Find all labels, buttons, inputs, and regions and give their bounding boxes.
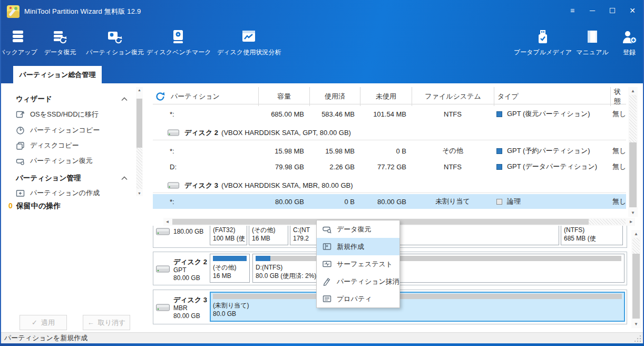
column-capacity: 容量: [258, 87, 309, 106]
usage-bar: [213, 294, 622, 299]
column-unused: 未使用: [360, 87, 412, 106]
gpt-type-icon: [496, 164, 502, 170]
minimize-icon[interactable]: ─: [585, 4, 600, 17]
sidebar-item-create-partition[interactable]: パーティションの作成: [16, 187, 100, 199]
scrollbar-thumb[interactable]: [632, 254, 640, 319]
table-row-selected[interactable]: *: 80.00 GB 0 B 80.00 GB 未割り当て 論理 無し: [153, 194, 626, 209]
disk-layout: MBR: [173, 304, 207, 312]
window-title: MiniTool Partition Wizard 無料版 12.9: [24, 7, 141, 16]
partition-block[interactable]: (NTFS) 685 MB (使: [561, 226, 623, 245]
scroll-right-arrow-icon[interactable]: ►: [627, 218, 635, 226]
menu-item-create-new[interactable]: 新規作成: [317, 238, 399, 255]
maximize-icon[interactable]: ☐: [605, 4, 620, 17]
scrollbar-track[interactable]: [632, 238, 640, 254]
create-partition-icon: [16, 189, 25, 198]
new-partition-icon: [323, 242, 331, 251]
toolbar-disk-usage-analysis-button[interactable]: ディスク使用状況分析: [217, 27, 280, 62]
sidebar-item-label: ディスクコピー: [30, 141, 79, 150]
apply-button[interactable]: ✓ 適用: [19, 315, 67, 330]
sidebar: ウィザード OSをSSD/HDDに移行 パーティションコピー ディスクコピー パ…: [1, 83, 150, 332]
logical-type-icon: [496, 199, 502, 205]
disk-map-vertical-scrollbar[interactable]: ▲ ▼: [631, 230, 641, 328]
toolbar-disk-benchmark-button[interactable]: ディスクベンチマーク: [147, 27, 210, 62]
partition-block[interactable]: D:(NTFS) 80.0 GB (使用済: 2%): [252, 254, 625, 283]
chevron-up-icon[interactable]: [121, 176, 128, 180]
scrollbar-track[interactable]: [589, 219, 626, 225]
scroll-up-arrow-icon[interactable]: ▲: [631, 230, 641, 238]
sidebar-item-migrate-os[interactable]: OSをSSD/HDDに移行: [16, 109, 99, 120]
sidebar-item-partition-copy[interactable]: パーティションコピー: [16, 124, 100, 136]
toolbar-register-button[interactable]: 登録: [598, 27, 644, 62]
check-icon: ✓: [32, 319, 37, 326]
scroll-down-arrow-icon[interactable]: ▼: [136, 190, 143, 196]
sidebar-item-label: パーティション復元: [30, 156, 93, 166]
titlebar: MiniTool Partition Wizard 無料版 12.9 ≡ ─ ☐…: [0, 0, 644, 24]
menu-item-surface-test[interactable]: サーフェステスト: [317, 255, 399, 273]
menu-icon[interactable]: ≡: [565, 4, 580, 17]
scroll-up-arrow-icon[interactable]: ▲: [136, 87, 143, 93]
surface-test-icon: [323, 260, 331, 268]
scroll-left-arrow-icon[interactable]: ◄: [163, 218, 171, 226]
migrate-os-icon: [16, 110, 25, 119]
scroll-down-arrow-icon[interactable]: ▼: [628, 209, 638, 217]
undo-arrow-icon: ←: [87, 319, 94, 326]
disk-group-row[interactable]: ディスク 2 (VBOX HARDDISK SATA, GPT, 80.00 G…: [153, 126, 626, 140]
table-row[interactable]: D: 79.98 GB 2.26 GB 77.72 GB NTFS GPT (デ…: [153, 159, 626, 174]
pending-operations: 0保留中の操作: [8, 201, 61, 211]
refresh-icon[interactable]: [155, 91, 165, 102]
disk-copy-icon: [16, 141, 25, 150]
table-header: パーティション 容量 使用済 未使用 ファイルシステム タイプ 状態: [153, 87, 626, 104]
app-window: MiniTool Partition Wizard 無料版 12.9 ≡ ─ ☐…: [0, 0, 644, 346]
disk-name: ディスク 3: [173, 295, 207, 304]
scroll-up-arrow-icon[interactable]: ▲: [628, 87, 638, 95]
partition-block[interactable]: (FAT32) 100 MB (使: [210, 226, 247, 245]
menu-item-wipe-partition[interactable]: パーティション抹消: [317, 273, 399, 290]
app-logo-icon: [6, 5, 20, 18]
sidebar-item-label: OSをSSD/HDDに移行: [30, 110, 99, 119]
scrollbar-thumb[interactable]: [136, 99, 142, 148]
toolbar-partition-recovery-button[interactable]: パーティション復元: [83, 27, 147, 62]
disk-size: 80.00 GB: [173, 274, 207, 282]
partition-recovery-icon: [83, 27, 147, 44]
sidebar-item-partition-recovery[interactable]: パーティション復元: [16, 155, 93, 167]
column-used: 使用済: [309, 87, 360, 106]
disk-drive-icon: [156, 303, 170, 312]
disk-drive-icon: [168, 182, 179, 189]
resize-grip[interactable]: [635, 335, 641, 342]
scrollbar-thumb[interactable]: [629, 142, 637, 207]
scroll-down-arrow-icon[interactable]: ▼: [631, 320, 641, 328]
column-partition: パーティション: [153, 87, 258, 106]
scrollbar-track[interactable]: [629, 95, 637, 142]
register-icon: [598, 27, 644, 44]
table-vertical-scrollbar[interactable]: ▲ ▼: [628, 87, 638, 217]
partition-recovery-icon: [16, 157, 25, 166]
table-row[interactable]: *: 685.00 MB 583.46 MB 101.54 MB NTFS GP…: [153, 107, 626, 121]
menu-item-properties[interactable]: プロパティ: [317, 290, 399, 307]
disk-group-row[interactable]: ディスク 3 (VBOX HARDDISK SATA, MBR, 80.00 G…: [153, 178, 626, 193]
properties-icon: [323, 294, 331, 303]
menu-item-data-recovery[interactable]: データ復元: [317, 220, 399, 238]
gpt-type-icon: [496, 111, 502, 117]
sidebar-scrollbar[interactable]: ▲ ▼: [136, 87, 143, 196]
sidebar-section-partition-mgmt: パーティション管理: [16, 174, 81, 183]
window-border-left: [0, 0, 1, 346]
disk-drive-icon: [156, 227, 170, 236]
partition-copy-icon: [16, 126, 25, 135]
tab-partition-management[interactable]: パーティション総合管理: [13, 66, 102, 83]
column-status: 状態: [610, 87, 626, 106]
sidebar-item-disk-copy[interactable]: ディスクコピー: [16, 140, 79, 151]
disk-drive-icon: [156, 265, 170, 273]
partition-block[interactable]: (その他) 16 MB: [210, 254, 250, 283]
disk-info: GPT 180.00 GB: [153, 226, 210, 247]
status-text: パーティションを新規作成: [4, 333, 87, 343]
partition-block[interactable]: (その他) 16 MB: [249, 226, 288, 245]
toolbar-data-recovery-button[interactable]: データ復元: [28, 27, 92, 62]
partition-block-selected[interactable]: (未割り当て) 80.0 GB: [210, 292, 625, 322]
header-area: MiniTool Partition Wizard 無料版 12.9 ≡ ─ ☐…: [0, 0, 644, 83]
undo-button[interactable]: ← 取り消す: [83, 315, 130, 330]
context-menu: データ復元 新規作成 サーフェステスト パーティション抹消 プロパティ: [316, 220, 400, 308]
chevron-up-icon[interactable]: [121, 97, 128, 101]
table-row[interactable]: *: 15.98 MB 15.98 MB 0 B その他 GPT (予約パーティ…: [153, 143, 626, 158]
close-icon[interactable]: ✕: [625, 4, 640, 17]
scrollbar-track[interactable]: [136, 148, 142, 189]
